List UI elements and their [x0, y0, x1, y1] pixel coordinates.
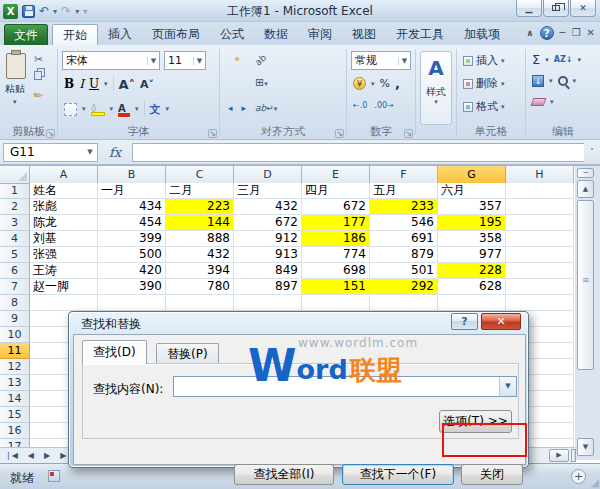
cell[interactable]: 144	[166, 215, 234, 231]
format-cells-button[interactable]: 格式▾	[463, 98, 505, 115]
underline-dropdown-icon[interactable]: ▾	[104, 80, 108, 88]
cell[interactable]: 454	[98, 215, 166, 231]
align-center-icon[interactable]	[235, 80, 239, 84]
fill-color-icon[interactable]: ◊	[91, 103, 105, 116]
cell[interactable]: 849	[234, 263, 302, 279]
cell[interactable]	[506, 247, 574, 263]
cell[interactable]: 357	[438, 199, 506, 215]
accounting-format-icon[interactable]: ¥	[353, 77, 366, 90]
cell[interactable]: 879	[370, 247, 438, 263]
scroll-right-icon[interactable]: ▶	[549, 449, 569, 462]
row-header-3[interactable]: 3	[0, 215, 30, 231]
cell[interactable]: 672	[234, 215, 302, 231]
find-dropdown-icon[interactable]: ▾	[573, 77, 577, 85]
tab-home[interactable]: 开始	[52, 24, 98, 45]
file-tab[interactable]: 文件	[4, 24, 48, 45]
cell[interactable]	[370, 295, 438, 311]
cell[interactable]: 177	[302, 215, 370, 231]
cell[interactable]: 977	[438, 247, 506, 263]
cell[interactable]: 888	[166, 231, 234, 247]
cell[interactable]	[438, 295, 506, 311]
dialog-close-button[interactable]: ✕	[481, 313, 521, 330]
dialog-help-button[interactable]: ?	[451, 313, 478, 330]
cell[interactable]: 二月	[166, 183, 234, 199]
cell[interactable]: 698	[302, 263, 370, 279]
cell[interactable]: 223	[166, 199, 234, 215]
cell[interactable]	[302, 295, 370, 311]
cell[interactable]: 691	[370, 231, 438, 247]
cell[interactable]: 151	[302, 279, 370, 295]
column-header-B[interactable]: B	[98, 166, 166, 184]
column-header-E[interactable]: E	[302, 166, 370, 184]
grow-font-button[interactable]: A˄	[119, 77, 136, 92]
row-header-14[interactable]: 14	[0, 391, 30, 407]
find-next-button[interactable]: 查找下一个(F)	[342, 464, 454, 485]
cell[interactable]: 233	[370, 199, 438, 215]
autosum-dropdown-icon[interactable]: ▾	[545, 56, 549, 64]
insert-cells-button[interactable]: 插入▾	[463, 52, 505, 69]
cut-icon[interactable]: ✂	[34, 53, 43, 66]
row-header-2[interactable]: 2	[0, 199, 30, 215]
column-header-C[interactable]: C	[166, 166, 234, 184]
restore-button[interactable]	[543, 0, 569, 17]
cell[interactable]	[506, 231, 574, 247]
row-header-15[interactable]: 15	[0, 407, 30, 423]
clipboard-dialog-launcher-icon[interactable]: ↘	[46, 129, 55, 138]
borders-dropdown-icon[interactable]: ▾	[82, 105, 86, 113]
cell[interactable]: 420	[98, 263, 166, 279]
cell[interactable]: 王涛	[30, 263, 98, 279]
decrease-decimal-icon[interactable]: .00→	[374, 101, 393, 110]
format-painter-icon[interactable]: ✎	[31, 88, 46, 104]
tab-review[interactable]: 审阅	[298, 24, 342, 45]
align-bottom-icon[interactable]	[244, 57, 248, 61]
comma-style-icon[interactable]: ,	[395, 76, 400, 91]
workbook-minimize-icon[interactable]: ─	[560, 28, 566, 38]
cell[interactable]: 195	[438, 215, 506, 231]
cell[interactable]: 张彪	[30, 199, 98, 215]
next-sheet-icon[interactable]: ▶	[39, 451, 55, 460]
sort-dropdown-icon[interactable]: ▾	[577, 56, 581, 64]
align-right-icon[interactable]	[244, 80, 248, 84]
column-header-D[interactable]: D	[234, 166, 302, 184]
tab-developer[interactable]: 开发工具	[386, 24, 454, 45]
tab-data[interactable]: 数据	[254, 24, 298, 45]
row-header-13[interactable]: 13	[0, 375, 30, 391]
tab-split-handle[interactable]	[571, 449, 576, 462]
cell[interactable]: 六月	[438, 183, 506, 199]
wrap-text-icon[interactable]: ab↵▾	[253, 98, 279, 116]
close-button[interactable]: ✕	[570, 0, 596, 17]
paste-icon[interactable]	[6, 53, 26, 79]
align-top-icon[interactable]	[226, 57, 230, 61]
scroll-down-icon[interactable]: ▼	[577, 438, 594, 456]
find-select-icon[interactable]	[558, 76, 568, 86]
clear-dropdown-icon[interactable]: ▾	[550, 98, 554, 106]
align-left-icon[interactable]	[226, 80, 230, 84]
name-box-dropdown-icon[interactable]: ▼	[83, 148, 97, 156]
cell[interactable]: 姓名	[30, 183, 98, 199]
cell[interactable]: 228	[438, 263, 506, 279]
column-header-F[interactable]: F	[370, 166, 438, 184]
cell[interactable]: 390	[98, 279, 166, 295]
cell[interactable]: 刘基	[30, 231, 98, 247]
merge-center-icon[interactable]: ⊞▾	[253, 73, 270, 91]
bold-button[interactable]: B	[64, 77, 74, 91]
percent-style-icon[interactable]: %	[380, 77, 390, 90]
cell[interactable]	[506, 263, 574, 279]
font-name-combo[interactable]: 宋体▼	[62, 51, 160, 70]
dialog-tab-replace[interactable]: 替换(P)	[156, 343, 219, 364]
row-header-7[interactable]: 7	[0, 279, 30, 295]
scroll-up-icon[interactable]: ▲	[577, 180, 594, 198]
font-dialog-launcher-icon[interactable]: ↘	[208, 129, 217, 138]
cell[interactable]	[506, 183, 574, 199]
cell[interactable]	[506, 199, 574, 215]
increase-decimal-icon[interactable]: ←.0	[353, 101, 367, 110]
cell[interactable]: 897	[234, 279, 302, 295]
font-size-combo[interactable]: 11▼	[164, 51, 206, 70]
cell[interactable]: 358	[438, 231, 506, 247]
cell[interactable]: 394	[166, 263, 234, 279]
fill-color-dropdown-icon[interactable]: ▾	[110, 105, 114, 113]
find-all-button[interactable]: 查找全部(I)	[234, 464, 334, 485]
first-sheet-icon[interactable]: ❘◀	[0, 451, 23, 460]
column-header-A[interactable]: A	[30, 166, 98, 184]
expand-formula-bar-icon[interactable]: ˅	[584, 148, 600, 157]
